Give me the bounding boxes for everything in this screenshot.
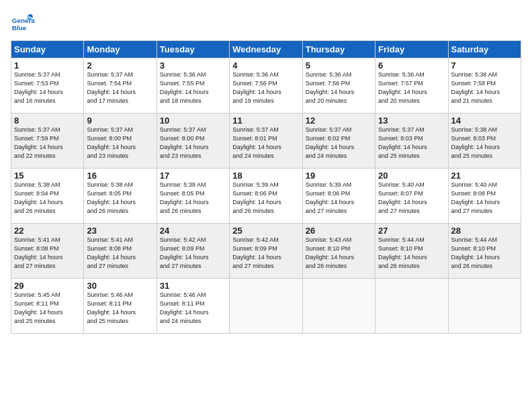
- calendar-cell: 26Sunrise: 5:43 AMSunset: 8:10 PMDayligh…: [302, 224, 375, 279]
- calendar-cell: 16Sunrise: 5:38 AMSunset: 8:05 PMDayligh…: [84, 169, 157, 224]
- column-header-monday: Monday: [84, 41, 157, 58]
- column-header-tuesday: Tuesday: [157, 41, 229, 58]
- day-info: Sunrise: 5:42 AMSunset: 8:09 PMDaylight:…: [160, 236, 209, 269]
- svg-text:General: General: [12, 17, 35, 24]
- day-number: 6: [378, 60, 445, 71]
- day-number: 31: [160, 281, 226, 291]
- week-row-4: 22Sunrise: 5:41 AMSunset: 8:08 PMDayligh…: [11, 224, 521, 279]
- day-info: Sunrise: 5:40 AMSunset: 8:07 PMDaylight:…: [378, 181, 427, 214]
- day-info: Sunrise: 5:36 AMSunset: 7:56 PMDaylight:…: [232, 71, 281, 104]
- day-number: 4: [232, 60, 299, 71]
- calendar-cell: 11Sunrise: 5:37 AMSunset: 8:01 PMDayligh…: [230, 113, 302, 169]
- calendar-cell: [302, 279, 375, 334]
- day-info: Sunrise: 5:39 AMSunset: 8:06 PMDaylight:…: [306, 181, 355, 214]
- calendar-cell: 10Sunrise: 5:37 AMSunset: 8:00 PMDayligh…: [157, 113, 229, 169]
- calendar-cell: 15Sunrise: 5:38 AMSunset: 8:04 PMDayligh…: [11, 169, 84, 224]
- day-number: 15: [14, 171, 81, 181]
- page-header: General Blue: [11, 11, 521, 35]
- day-number: 12: [306, 116, 372, 126]
- calendar-cell: 23Sunrise: 5:41 AMSunset: 8:08 PMDayligh…: [84, 224, 157, 279]
- calendar-cell: 3Sunrise: 5:36 AMSunset: 7:55 PMDaylight…: [157, 58, 229, 113]
- day-info: Sunrise: 5:36 AMSunset: 7:56 PMDaylight:…: [306, 71, 355, 104]
- day-info: Sunrise: 5:41 AMSunset: 8:08 PMDaylight:…: [87, 236, 136, 269]
- day-info: Sunrise: 5:37 AMSunset: 8:02 PMDaylight:…: [306, 126, 355, 159]
- calendar-cell: 17Sunrise: 5:39 AMSunset: 8:05 PMDayligh…: [157, 169, 229, 224]
- day-number: 28: [451, 226, 518, 236]
- day-info: Sunrise: 5:36 AMSunset: 7:55 PMDaylight:…: [160, 71, 209, 104]
- day-info: Sunrise: 5:38 AMSunset: 8:05 PMDaylight:…: [87, 181, 136, 214]
- day-number: 22: [14, 226, 81, 236]
- week-row-2: 8Sunrise: 5:37 AMSunset: 7:59 PMDaylight…: [11, 113, 521, 169]
- day-info: Sunrise: 5:44 AMSunset: 8:10 PMDaylight:…: [451, 236, 500, 269]
- day-info: Sunrise: 5:46 AMSunset: 8:11 PMDaylight:…: [87, 291, 136, 324]
- calendar-cell: 5Sunrise: 5:36 AMSunset: 7:56 PMDaylight…: [302, 58, 375, 113]
- calendar-cell: 25Sunrise: 5:42 AMSunset: 8:09 PMDayligh…: [230, 224, 302, 279]
- day-info: Sunrise: 5:37 AMSunset: 8:00 PMDaylight:…: [160, 126, 209, 159]
- column-header-saturday: Saturday: [448, 41, 521, 58]
- calendar-cell: 13Sunrise: 5:37 AMSunset: 8:03 PMDayligh…: [375, 113, 448, 169]
- day-number: 24: [160, 226, 226, 236]
- logo-icon: General Blue: [11, 11, 35, 35]
- calendar-cell: 12Sunrise: 5:37 AMSunset: 8:02 PMDayligh…: [302, 113, 375, 169]
- day-info: Sunrise: 5:43 AMSunset: 8:10 PMDaylight:…: [306, 236, 355, 269]
- day-number: 8: [14, 116, 81, 126]
- calendar-cell: 6Sunrise: 5:36 AMSunset: 7:57 PMDaylight…: [375, 58, 448, 113]
- calendar-cell: 1Sunrise: 5:37 AMSunset: 7:53 PMDaylight…: [11, 58, 84, 113]
- calendar-cell: 19Sunrise: 5:39 AMSunset: 8:06 PMDayligh…: [302, 169, 375, 224]
- day-number: 27: [378, 226, 445, 236]
- day-info: Sunrise: 5:37 AMSunset: 8:03 PMDaylight:…: [378, 126, 427, 159]
- calendar-cell: 14Sunrise: 5:38 AMSunset: 8:03 PMDayligh…: [448, 113, 521, 169]
- calendar-cell: 18Sunrise: 5:39 AMSunset: 8:06 PMDayligh…: [230, 169, 302, 224]
- day-number: 5: [306, 60, 372, 71]
- day-number: 20: [378, 171, 445, 181]
- column-header-wednesday: Wednesday: [230, 41, 302, 58]
- calendar-cell: 4Sunrise: 5:36 AMSunset: 7:56 PMDaylight…: [230, 58, 302, 113]
- calendar-cell: [448, 279, 521, 334]
- day-info: Sunrise: 5:37 AMSunset: 8:00 PMDaylight:…: [87, 126, 136, 159]
- day-number: 30: [87, 281, 153, 291]
- calendar-table: SundayMondayTuesdayWednesdayThursdayFrid…: [11, 40, 521, 334]
- day-info: Sunrise: 5:38 AMSunset: 8:04 PMDaylight:…: [14, 181, 63, 214]
- day-info: Sunrise: 5:41 AMSunset: 8:08 PMDaylight:…: [14, 236, 63, 269]
- week-row-3: 15Sunrise: 5:38 AMSunset: 8:04 PMDayligh…: [11, 169, 521, 224]
- day-number: 14: [451, 116, 518, 126]
- day-info: Sunrise: 5:39 AMSunset: 8:06 PMDaylight:…: [232, 181, 281, 214]
- column-header-friday: Friday: [375, 41, 448, 58]
- day-number: 17: [160, 171, 226, 181]
- day-number: 3: [160, 60, 226, 71]
- calendar-cell: 31Sunrise: 5:46 AMSunset: 8:11 PMDayligh…: [157, 279, 229, 334]
- day-info: Sunrise: 5:45 AMSunset: 8:11 PMDaylight:…: [14, 291, 63, 324]
- day-number: 21: [451, 171, 518, 181]
- column-header-thursday: Thursday: [302, 41, 375, 58]
- calendar-cell: 22Sunrise: 5:41 AMSunset: 8:08 PMDayligh…: [11, 224, 84, 279]
- day-info: Sunrise: 5:36 AMSunset: 7:57 PMDaylight:…: [378, 71, 427, 104]
- day-number: 9: [87, 116, 153, 126]
- calendar-cell: 21Sunrise: 5:40 AMSunset: 8:08 PMDayligh…: [448, 169, 521, 224]
- day-number: 26: [306, 226, 372, 236]
- day-info: Sunrise: 5:36 AMSunset: 7:58 PMDaylight:…: [451, 71, 500, 104]
- day-number: 7: [451, 60, 518, 71]
- week-row-1: 1Sunrise: 5:37 AMSunset: 7:53 PMDaylight…: [11, 58, 521, 113]
- day-number: 29: [14, 281, 81, 291]
- day-number: 23: [87, 226, 153, 236]
- calendar-cell: 30Sunrise: 5:46 AMSunset: 8:11 PMDayligh…: [84, 279, 157, 334]
- calendar-cell: [230, 279, 302, 334]
- calendar-cell: [375, 279, 448, 334]
- day-number: 18: [232, 171, 299, 181]
- day-info: Sunrise: 5:42 AMSunset: 8:09 PMDaylight:…: [232, 236, 281, 269]
- day-number: 2: [87, 60, 153, 71]
- calendar-cell: 20Sunrise: 5:40 AMSunset: 8:07 PMDayligh…: [375, 169, 448, 224]
- day-number: 25: [232, 226, 299, 236]
- calendar-cell: 29Sunrise: 5:45 AMSunset: 8:11 PMDayligh…: [11, 279, 84, 334]
- day-number: 13: [378, 116, 445, 126]
- calendar-cell: 8Sunrise: 5:37 AMSunset: 7:59 PMDaylight…: [11, 113, 84, 169]
- calendar-cell: 27Sunrise: 5:44 AMSunset: 8:10 PMDayligh…: [375, 224, 448, 279]
- day-info: Sunrise: 5:37 AMSunset: 7:59 PMDaylight:…: [14, 126, 63, 159]
- day-info: Sunrise: 5:44 AMSunset: 8:10 PMDaylight:…: [378, 236, 427, 269]
- header-row: SundayMondayTuesdayWednesdayThursdayFrid…: [11, 41, 521, 58]
- day-number: 1: [14, 60, 81, 71]
- day-info: Sunrise: 5:40 AMSunset: 8:08 PMDaylight:…: [451, 181, 500, 214]
- calendar-cell: 9Sunrise: 5:37 AMSunset: 8:00 PMDaylight…: [84, 113, 157, 169]
- day-info: Sunrise: 5:37 AMSunset: 7:54 PMDaylight:…: [87, 71, 136, 104]
- calendar-cell: 28Sunrise: 5:44 AMSunset: 8:10 PMDayligh…: [448, 224, 521, 279]
